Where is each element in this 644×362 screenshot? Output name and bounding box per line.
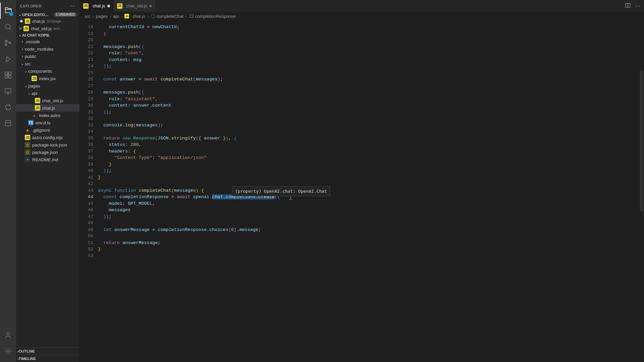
outline-header[interactable]: ›OUTLINE [16, 347, 79, 355]
json-file-icon: {} [25, 149, 30, 155]
item-label: node_modules [25, 47, 53, 52]
search-icon[interactable] [0, 19, 16, 35]
file-item[interactable]: ▲index.astro [16, 112, 79, 119]
tab-bar: JS chat.js JS chat_old.js × ⋯ [80, 0, 644, 12]
item-label: api [32, 91, 37, 96]
tab-chat-js[interactable]: JS chat.js [80, 0, 114, 12]
file-item[interactable]: JSindex.jsx [16, 75, 79, 82]
source-control-icon[interactable] [0, 35, 16, 51]
item-label: index.jsx [39, 76, 56, 81]
unsaved-badge: 1 unsaved [54, 12, 77, 17]
item-label: package.json [32, 150, 58, 155]
scrollbar-thumb[interactable] [640, 71, 643, 212]
item-label: src [25, 61, 31, 66]
sidebar: EXPLORER ⋯ ⌄OPEN EDITO… 1 unsaved JS cha… [16, 0, 80, 362]
chevron-icon: ⌄ [20, 61, 25, 66]
js-file-icon: JS [32, 76, 37, 81]
editor-group: JS chat.js JS chat_old.js × ⋯ src› pages… [80, 0, 644, 362]
file-item[interactable]: JSastro.config.mjs [16, 134, 79, 141]
account-icon[interactable] [0, 327, 16, 343]
item-label: components [28, 69, 52, 74]
more-actions-icon[interactable]: ⋯ [635, 3, 641, 9]
item-label: index.astro [39, 113, 60, 118]
js-file-icon: JS [23, 26, 29, 31]
editor[interactable]: 1819202122232425262728293031323334353637… [80, 20, 644, 362]
svg-rect-10 [5, 121, 11, 126]
settings-icon[interactable] [0, 343, 16, 359]
svg-rect-5 [5, 72, 8, 75]
chevron-icon: › [20, 47, 25, 51]
folder-item[interactable]: ⌄components [16, 67, 79, 75]
chevron-icon: ⌄ [27, 91, 32, 96]
js-file-icon: JS [124, 14, 129, 18]
timeline-header[interactable]: ›TIMELINE [16, 355, 79, 362]
sync-icon[interactable] [0, 99, 16, 115]
js-file-icon: JS [83, 3, 89, 9]
item-label: .gitignore [32, 128, 50, 133]
folder-item[interactable]: ⌄api [16, 89, 79, 97]
chevron-icon: › [20, 39, 25, 44]
close-icon[interactable]: × [18, 26, 23, 31]
run-debug-icon[interactable] [0, 51, 16, 67]
git-file-icon: ◆ [25, 127, 30, 133]
file-item[interactable]: {}package.json [16, 148, 79, 156]
dirty-indicator-icon [20, 20, 23, 22]
open-editor-item[interactable]: JS chat.js src/page… [16, 17, 79, 25]
svg-point-3 [9, 42, 11, 44]
folder-item[interactable]: ⌄pages [16, 82, 79, 89]
svg-rect-14 [151, 14, 155, 18]
open-editors-list: JS chat.js src/page… × JS chat_old.js sr… [16, 17, 79, 32]
svg-rect-8 [8, 75, 11, 78]
json-file-icon: {} [25, 142, 30, 147]
file-item[interactable]: ◆.gitignore [16, 126, 79, 134]
svg-rect-7 [5, 75, 8, 78]
folder-item[interactable]: ⌄src [16, 60, 79, 67]
custom-icon[interactable] [0, 115, 16, 131]
js-file-icon: JS [25, 18, 30, 24]
item-label: astro.config.mjs [32, 135, 63, 140]
file-tree: ›.vscode›node_modules›public⌄src⌄compone… [16, 38, 79, 347]
astro-file-icon: ▲ [32, 113, 37, 118]
svg-point-0 [5, 24, 10, 29]
chevron-icon: ⌄ [23, 69, 28, 73]
svg-rect-9 [5, 88, 11, 93]
folder-item[interactable]: ›.vscode [16, 38, 79, 45]
activity-bar: 1 [0, 0, 16, 362]
svg-rect-6 [8, 72, 11, 75]
folder-item[interactable]: ›node_modules [16, 45, 79, 53]
project-header[interactable]: ⌄AI-CHAT KOPIE [16, 32, 79, 38]
item-label: env.d.ts [36, 120, 51, 125]
file-item[interactable]: JSchat_old.js [16, 97, 79, 104]
item-label: public [25, 54, 36, 59]
svg-point-12 [7, 350, 9, 352]
file-item[interactable]: ▾README.md [16, 156, 79, 163]
open-editor-item[interactable]: × JS chat_old.js src/… [16, 25, 79, 32]
extensions-icon[interactable] [0, 67, 16, 83]
split-editor-icon[interactable] [625, 3, 631, 9]
code-content[interactable]: . currentChatId = newChatId; } messages.… [98, 20, 644, 362]
breadcrumbs[interactable]: src› pages› api› JSchat.js› completeChat… [80, 12, 644, 20]
method-icon [151, 14, 155, 18]
explorer-icon[interactable]: 1 [0, 3, 16, 19]
js-file-icon: JS [117, 3, 122, 9]
explorer-badge: 1 [9, 12, 13, 16]
folder-item[interactable]: ›public [16, 53, 79, 60]
md-file-icon: ▾ [25, 157, 30, 162]
close-icon[interactable]: × [149, 3, 152, 9]
sidebar-title: EXPLORER ⋯ [16, 0, 79, 12]
file-item[interactable]: JSchat.js [16, 104, 79, 112]
svg-point-2 [5, 44, 7, 46]
sidebar-more-icon[interactable]: ⋯ [70, 3, 76, 9]
chevron-icon: › [20, 54, 25, 59]
item-label: README.md [32, 157, 58, 162]
file-item[interactable]: {}package-lock.json [16, 141, 79, 148]
js-file-icon: JS [35, 105, 40, 111]
tab-chat-old-js[interactable]: JS chat_old.js × [114, 0, 156, 12]
file-item[interactable]: TSenv.d.ts [16, 119, 79, 126]
item-label: chat_old.js [42, 98, 63, 103]
hover-tooltip: (property) OpenAI.chat: OpenAI.Chat [232, 186, 330, 196]
variable-icon [189, 14, 194, 18]
js-file-icon: JS [35, 98, 40, 103]
open-editors-header[interactable]: ⌄OPEN EDITO… 1 unsaved [16, 12, 79, 17]
remote-explorer-icon[interactable] [0, 83, 16, 99]
